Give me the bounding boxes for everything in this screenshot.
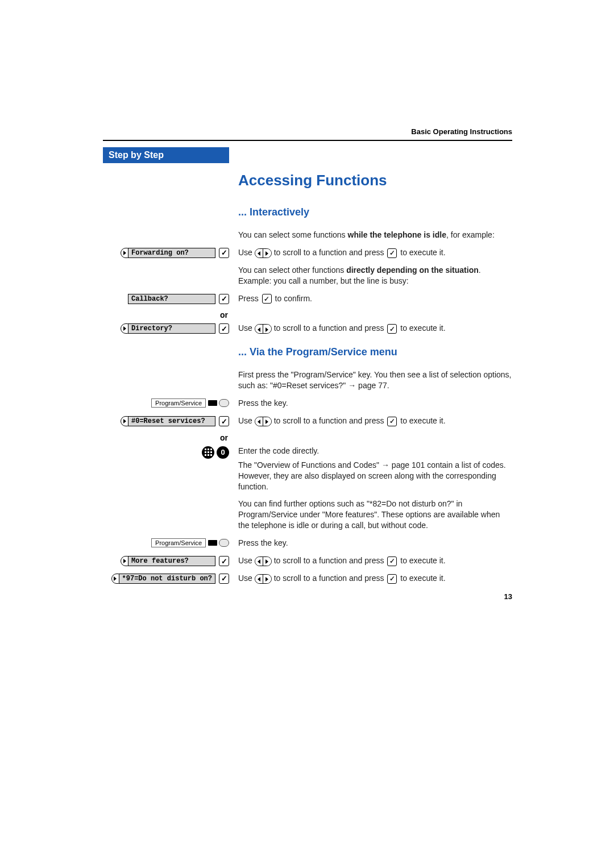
display-text: #0=Reset services? <box>128 416 215 426</box>
paragraph-press-key-1: Press the key. <box>229 398 512 412</box>
display-directory: Directory? <box>103 323 229 334</box>
check-icon <box>387 248 397 258</box>
left-right-nav-icon <box>255 417 272 426</box>
key-program-service: Program/Service <box>103 398 229 408</box>
zero-key-icon: 0 <box>217 446 229 459</box>
paragraph-scroll-execute-3: Use to scroll to a function and press to… <box>229 416 512 430</box>
check-icon <box>387 556 397 566</box>
paragraph-press-confirm: Press to confirm. <box>229 293 512 308</box>
key-label: Program/Service <box>151 398 206 408</box>
page-ref-arrow-icon <box>381 460 389 470</box>
left-right-nav-icon <box>255 248 272 258</box>
paragraph-depending-situation: You can select other functions directly … <box>229 265 512 290</box>
display-more-features: More features? <box>103 556 229 566</box>
paragraph-idle-intro: You can select some functions while the … <box>229 230 512 244</box>
left-right-nav-icon <box>255 324 272 334</box>
left-right-nav-icon <box>255 556 272 566</box>
scroll-arrow-icon <box>121 416 128 426</box>
key-program-service: Program/Service <box>103 538 229 547</box>
key-label: Program/Service <box>151 538 206 547</box>
key-button-icon <box>219 399 229 407</box>
paragraph-further-options: You can find further options such as "*8… <box>229 499 512 534</box>
key-led-icon <box>208 540 217 546</box>
or-separator: or <box>103 310 229 319</box>
paragraph-program-intro: First press the "Program/Service" key. Y… <box>229 369 512 394</box>
scroll-arrow-icon <box>121 323 128 334</box>
check-icon <box>387 417 397 426</box>
confirm-check-icon <box>219 248 229 258</box>
display-callback: Callback? <box>103 294 229 304</box>
left-right-nav-icon <box>255 574 272 584</box>
heading-program-service: ... Via the Program/Service menu <box>238 346 512 358</box>
check-icon <box>387 324 397 334</box>
paragraph-scroll-execute-4: Use to scroll to a function and press to… <box>229 555 512 570</box>
paragraph-scroll-execute-1: Use to scroll to a function and press to… <box>229 247 512 261</box>
header-rule <box>103 140 512 141</box>
hash-key-icon <box>202 446 214 459</box>
heading-main: Accessing Functions <box>238 172 512 189</box>
display-text: Callback? <box>128 294 215 304</box>
display-forwarding-on: Forwarding on? <box>103 248 229 258</box>
or-separator: or <box>103 433 229 442</box>
header-section-title: Basic Operating Instructions <box>411 127 512 136</box>
display-text: More features? <box>128 556 215 566</box>
page-number: 13 <box>504 592 512 601</box>
content-area: Accessing Functions ... Interactively Yo… <box>103 172 512 591</box>
paragraph-scroll-execute-2: Use to scroll to a function and press to… <box>229 323 512 337</box>
paragraph-scroll-execute-5: Use to scroll to a function and press to… <box>229 573 512 587</box>
confirm-check-icon <box>219 574 229 584</box>
paragraph-press-key-2: Press the key. <box>229 538 512 552</box>
key-button-icon <box>219 539 229 547</box>
scroll-arrow-icon <box>111 574 119 584</box>
display-do-not-disturb: *97=Do not disturb on? <box>103 574 229 584</box>
display-text: Directory? <box>128 323 215 334</box>
display-text: *97=Do not disturb on? <box>119 574 215 584</box>
key-led-icon <box>208 400 217 406</box>
check-icon <box>387 574 397 584</box>
display-text: Forwarding on? <box>128 248 215 258</box>
check-icon <box>262 294 272 304</box>
confirm-check-icon <box>219 323 229 334</box>
sidebar-title: Step by Step <box>103 147 229 163</box>
display-reset-services: #0=Reset services? <box>103 416 229 426</box>
confirm-check-icon <box>219 556 229 566</box>
confirm-check-icon <box>219 294 229 304</box>
page-ref-arrow-icon <box>348 381 356 390</box>
heading-interactively: ... Interactively <box>238 206 512 218</box>
paragraph-enter-code: Enter the code directly. The "Overview o… <box>229 446 512 496</box>
scroll-arrow-icon <box>121 556 128 566</box>
dialpad-keys: 0 <box>103 446 229 459</box>
confirm-check-icon <box>219 416 229 426</box>
scroll-arrow-icon <box>121 248 128 258</box>
